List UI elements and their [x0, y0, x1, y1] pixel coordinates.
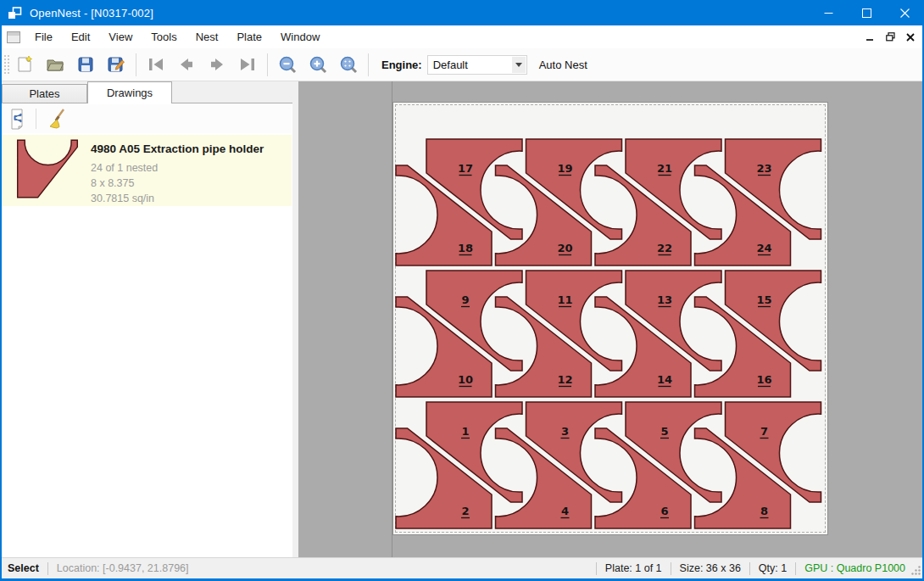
- part-number: 21: [657, 162, 672, 175]
- drawing-dimensions: 8 x 8.375: [91, 177, 134, 189]
- app-window: OpenNest - [N0317-002] File Edit View To…: [0, 0, 924, 581]
- status-bar: Select Location: [-0.9437, 21.8796] Plat…: [0, 557, 924, 578]
- document-icon[interactable]: [7, 31, 20, 43]
- drawing-nested-count: 24 of 1 nested: [91, 162, 158, 174]
- go-previous-icon: [176, 55, 197, 74]
- open-button[interactable]: [42, 52, 69, 77]
- status-separator: [671, 562, 671, 575]
- nest-svg: 171921231820222491113151012141613572468: [393, 103, 827, 534]
- drawing-title: 4980 A05 Extraction pipe holder: [91, 142, 264, 155]
- zoom-out-button[interactable]: [274, 52, 301, 77]
- menu-bar: File Edit View Tools Nest Plate Window: [0, 25, 924, 48]
- part-number: 7: [760, 425, 768, 438]
- clear-drawings-button[interactable]: [45, 107, 69, 131]
- menu-window[interactable]: Window: [271, 27, 329, 47]
- go-first-icon: [146, 55, 166, 74]
- status-separator: [47, 562, 48, 575]
- part-number: 15: [756, 293, 771, 306]
- nesting-canvas[interactable]: 171921231820222491113151012141613572468: [298, 81, 924, 557]
- mdi-close-button[interactable]: [900, 28, 921, 47]
- status-separator: [749, 562, 750, 575]
- menu-tools[interactable]: Tools: [142, 27, 186, 47]
- status-size: Size: 36 x 36: [680, 562, 741, 574]
- window-title: OpenNest - [N0317-002]: [30, 7, 153, 20]
- drawing-area: 30.7815 sq/in: [91, 193, 154, 204]
- menu-plate[interactable]: Plate: [227, 27, 271, 47]
- sidebar: Plates Drawings: [0, 81, 292, 557]
- part-number: 9: [461, 293, 469, 306]
- status-location: Location: [-0.9437, 21.8796]: [57, 562, 189, 574]
- status-plate: Plate: 1 of 1: [605, 562, 662, 574]
- menu-view[interactable]: View: [99, 27, 142, 47]
- save-as-button[interactable]: [103, 52, 130, 77]
- app-icon: [8, 7, 22, 20]
- close-icon: [900, 8, 910, 18]
- toolbar-separator: [136, 53, 136, 76]
- tab-drawings[interactable]: Drawings: [87, 81, 172, 103]
- previous-plate-button[interactable]: [173, 52, 200, 77]
- mdi-minimize-icon: [866, 33, 874, 41]
- part-number: 4: [561, 505, 569, 517]
- zoom-fit-button[interactable]: [335, 52, 362, 77]
- menu-edit[interactable]: Edit: [62, 27, 99, 47]
- mdi-restore-icon: [886, 32, 895, 42]
- save-icon: [76, 55, 95, 74]
- toolbar-separator: [368, 53, 369, 76]
- part-number: 11: [557, 293, 572, 306]
- engine-select[interactable]: Default: [427, 55, 527, 75]
- toolbar-grip[interactable]: [3, 53, 9, 75]
- zoom-fit-icon: [339, 55, 359, 75]
- minimize-icon: [824, 8, 833, 18]
- part-number: 3: [561, 425, 569, 438]
- part-number: 1: [461, 425, 469, 438]
- mdi-minimize-button[interactable]: [860, 28, 880, 47]
- save-edit-icon: [107, 55, 125, 74]
- menu-file[interactable]: File: [25, 27, 62, 47]
- zoom-in-icon: [309, 55, 328, 75]
- menu-nest[interactable]: Nest: [186, 27, 228, 47]
- mdi-restore-button[interactable]: [880, 28, 900, 47]
- status-gpu: GPU : Quadro P1000: [804, 562, 905, 574]
- window-border-left: [0, 25, 2, 581]
- maximize-icon: [862, 8, 871, 18]
- part-number: 23: [756, 162, 771, 175]
- tab-plates[interactable]: Plates: [2, 84, 87, 103]
- minimize-button[interactable]: [810, 0, 848, 25]
- maximize-button[interactable]: [848, 0, 886, 25]
- part-number: 19: [557, 162, 572, 175]
- close-button[interactable]: [886, 0, 924, 25]
- go-last-icon: [237, 55, 258, 74]
- first-plate-button[interactable]: [142, 52, 170, 77]
- resize-grip[interactable]: [910, 564, 921, 576]
- import-drawing-icon: [7, 108, 27, 130]
- part-number: 14: [657, 373, 672, 386]
- engine-value: Default: [433, 59, 468, 71]
- chevron-down-icon[interactable]: [512, 57, 526, 73]
- part-number: 13: [657, 293, 672, 306]
- panel-splitter[interactable]: [292, 81, 298, 557]
- status-qty: Qty: 1: [759, 562, 787, 574]
- auto-nest-button[interactable]: Auto Nest: [539, 59, 587, 71]
- plate-sheet: 171921231820222491113151012141613572468: [392, 102, 828, 535]
- last-plate-button[interactable]: [234, 52, 261, 77]
- save-button[interactable]: [72, 52, 99, 77]
- zoom-in-button[interactable]: [304, 52, 331, 77]
- part-number: 16: [756, 373, 771, 386]
- zoom-out-icon: [278, 55, 298, 75]
- drawing-list-item[interactable]: 4980 A05 Extraction pipe holder 24 of 1 …: [0, 135, 292, 206]
- part-number: 20: [557, 242, 572, 254]
- main-toolbar: Engine: Default Auto Nest: [0, 48, 924, 81]
- status-separator: [795, 562, 796, 575]
- drawing-thumbnail: [15, 139, 80, 198]
- part-number: 22: [657, 242, 672, 254]
- part-number: 2: [461, 505, 469, 517]
- part-number: 24: [756, 242, 771, 254]
- go-next-icon: [207, 55, 227, 74]
- toolbar-separator: [36, 109, 36, 129]
- part-number: 18: [458, 242, 473, 254]
- drawings-toolbar: [0, 104, 292, 133]
- import-drawing-button[interactable]: [5, 107, 29, 131]
- drawings-panel: 4980 A05 Extraction pipe holder 24 of 1 …: [0, 103, 292, 557]
- next-plate-button[interactable]: [203, 52, 231, 77]
- new-button[interactable]: [11, 52, 38, 77]
